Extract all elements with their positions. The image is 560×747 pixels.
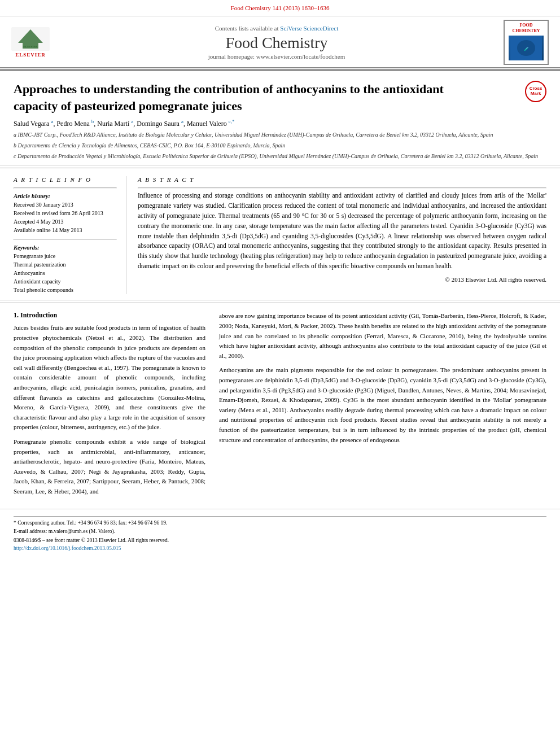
article-title: Approaches to understanding the contribu… (14, 81, 488, 114)
corresponding-note: * Corresponding author. Tel.: +34 96 674… (14, 519, 546, 527)
elsevier-logo-img: ELSEVIER ELSEVIER (11, 27, 50, 58)
intro-paragraph-right: above are now gaining importance because… (219, 311, 546, 445)
accepted-date: Accepted 4 May 2013 (14, 217, 117, 226)
email-note: E-mail address: m.valero@umh.es (M. Vale… (14, 527, 546, 535)
abstract-col: A B S T R A C T Influence of processing … (138, 176, 546, 294)
footer-issn: 0308-8146/$ – see front matter © 2013 El… (14, 538, 546, 543)
affiliation-c: c Departamento de Producción Vegetal y M… (14, 152, 546, 160)
svg-text:🧪: 🧪 (524, 46, 529, 51)
journal-citation: Food Chemistry 141 (2013) 1630–1636 (11, 5, 549, 11)
keyword-1: Pomegranate juice (14, 252, 117, 260)
keyword-5: Total phenolic compounds (14, 286, 117, 294)
body-divider (0, 303, 560, 303)
revised-date: Received in revised form 26 April 2013 (14, 209, 117, 217)
keyword-4: Antioxidant capacity (14, 277, 117, 286)
article-body: 1. Introduction Juices besides fruits ar… (0, 305, 560, 506)
available-date: Available online 14 May 2013 (14, 226, 117, 234)
info-columns: A R T I C L E I N F O Article history: R… (0, 171, 560, 300)
keywords-section: Keywords: Pomegranate juice Thermal past… (14, 239, 117, 294)
intro-heading: 1. Introduction (14, 311, 205, 320)
article-footer: * Corresponding author. Tel.: +34 96 674… (0, 509, 560, 556)
crossmark-label: CrossMark (530, 86, 542, 97)
sciverse-line: Contents lists available at SciVerse Sci… (50, 25, 504, 32)
elsevier-tree-icon: ELSEVIER (11, 27, 50, 51)
elsevier-text: ELSEVIER (15, 52, 46, 58)
footer-divider (14, 516, 546, 517)
abstract-title: A B S T R A C T (138, 176, 546, 183)
affiliation-a: a IBMC-JBT Corp., FoodTech R&D Alliance,… (14, 130, 546, 139)
author-manuel: Manuel Valero c,* (187, 120, 235, 128)
keywords-label: Keywords: (14, 244, 117, 251)
journal-homepage: journal homepage: www.elsevier.com/locat… (50, 53, 504, 60)
food-chem-logo-img: 🧪 (509, 36, 544, 60)
article-info-col: A R T I C L E I N F O Article history: R… (14, 176, 126, 294)
banner-center: Contents lists available at SciVerse Sci… (50, 25, 504, 60)
authors-line: Salud Vegara a, Pedro Mena b, Nuria Mart… (14, 119, 546, 128)
received-date: Received 30 January 2013 (14, 200, 117, 209)
header-divider (0, 69, 560, 71)
sciverse-link[interactable]: SciVerse ScienceDirect (280, 25, 338, 32)
article-title-area: Approaches to understanding the contribu… (0, 72, 560, 165)
author-pedro: Pedro Mena b, (56, 120, 97, 128)
author-domingo: Domingo Saura a, (137, 120, 187, 128)
food-chem-logo-text: FOODCHEMISTRY (512, 23, 540, 33)
keyword-2: Thermal pasteurization (14, 260, 117, 269)
affiliation-b: b Departamento de Ciencia y Tecnología d… (14, 141, 546, 150)
info-divider (0, 168, 560, 168)
author-nuria: Nuria Martí a, (97, 120, 137, 128)
body-right-col: above are now gaining importance because… (219, 311, 546, 501)
elsevier-banner: ELSEVIER ELSEVIER Contents lists availab… (0, 16, 560, 68)
abstract-text: Influence of processing and storage cond… (138, 191, 546, 272)
history-divider (14, 187, 117, 189)
food-chem-img-icon: 🧪 (510, 36, 542, 60)
history-label: Article history: (14, 193, 117, 199)
crossmark-badge[interactable]: CrossMark (525, 81, 546, 102)
author-salud: Salud Vegara a, (14, 120, 56, 128)
footer-doi[interactable]: http://dx.doi.org/10.1016/j.foodchem.201… (14, 545, 546, 551)
keyword-3: Anthocyanins (14, 269, 117, 277)
page-wrapper: Food Chemistry 141 (2013) 1630–1636 ELSE… (0, 0, 560, 556)
intro-paragraph-1: Juices besides fruits are suitable food … (14, 323, 205, 496)
article-info-title: A R T I C L E I N F O (14, 176, 117, 183)
journal-header: Food Chemistry 141 (2013) 1630–1636 (0, 0, 560, 16)
abstract-copyright: © 2013 Elsevier Ltd. All rights reserved… (138, 276, 546, 283)
svg-text:ELSEVIER: ELSEVIER (23, 45, 38, 48)
elsevier-logo-area: ELSEVIER ELSEVIER (11, 27, 50, 58)
kw-divider (14, 239, 117, 240)
body-left-col: 1. Introduction Juices besides fruits ar… (14, 311, 205, 501)
journal-title-large: Food Chemistry (50, 34, 504, 52)
abstract-divider (138, 187, 546, 189)
food-chem-logo: FOODCHEMISTRY 🧪 (504, 20, 549, 65)
